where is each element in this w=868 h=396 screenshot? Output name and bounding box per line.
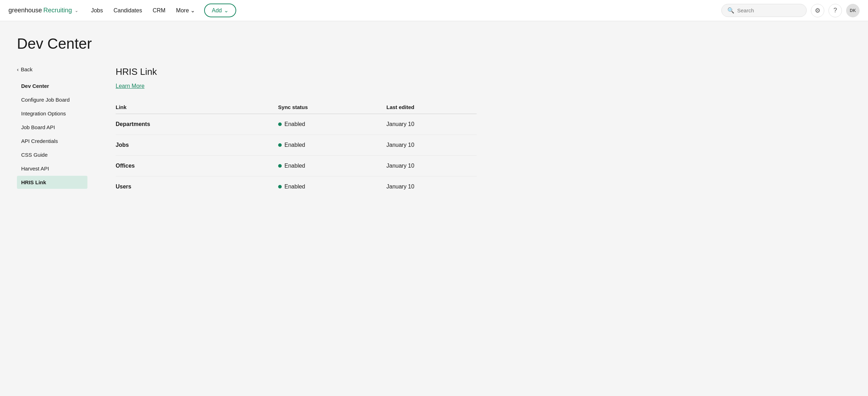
hris-table: Link Sync status Last edited Departments… [116,101,477,197]
sidebar-item-configure-job-board[interactable]: Configure Job Board [17,93,87,106]
search-icon: 🔍 [727,7,734,14]
table-cell-last-edited: January 10 [386,156,477,176]
avatar[interactable]: DK [846,4,860,17]
page-title: Dev Center [17,35,477,52]
table-row: JobsEnabledJanuary 10 [116,135,477,156]
table-cell-last-edited: January 10 [386,114,477,135]
sidebar-item-job-board-api[interactable]: Job Board API [17,121,87,134]
table-cell-link[interactable]: Users [116,176,278,197]
section-title: HRIS Link [116,66,477,77]
settings-icon: ⚙ [815,7,820,14]
sidebar-item-harvest-api[interactable]: Harvest API [17,162,87,175]
enabled-dot-icon [278,143,282,147]
table-cell-link[interactable]: Departments [116,114,278,135]
table-cell-link[interactable]: Offices [116,156,278,176]
table-row: DepartmentsEnabledJanuary 10 [116,114,477,135]
nav-link-candidates[interactable]: Candidates [109,5,146,17]
help-button[interactable]: ? [829,4,842,17]
nav-link-more[interactable]: More ⌄ [172,4,199,17]
enabled-dot-icon [278,185,282,188]
table-cell-last-edited: January 10 [386,135,477,156]
back-arrow-icon: ‹ [17,66,19,72]
sidebar-item-api-credentials[interactable]: API Credentials [17,134,87,148]
logo-greenhouse: greenhouse [8,7,42,14]
add-button[interactable]: Add ⌄ [204,4,236,17]
col-header-last-edited: Last edited [386,101,477,114]
more-chevron-icon: ⌄ [190,7,195,14]
status-text: Enabled [285,163,305,169]
search-input[interactable] [737,7,801,13]
table-row: OfficesEnabledJanuary 10 [116,156,477,176]
logo-chevron-icon: ⌄ [75,8,78,13]
sidebar: ‹ Back Dev Center Configure Job Board In… [17,66,94,197]
content-layout: ‹ Back Dev Center Configure Job Board In… [17,66,477,197]
navbar: greenhouse Recruiting ⌄ Jobs Candidates … [0,0,868,21]
table-cell-sync-status: Enabled [278,156,386,176]
sidebar-item-integration-options[interactable]: Integration Options [17,107,87,120]
status-text: Enabled [285,142,305,148]
enabled-dot-icon [278,164,282,168]
nav-links: Jobs Candidates CRM More ⌄ Add ⌄ [87,4,721,17]
table-header-row: Link Sync status Last edited [116,101,477,114]
sidebar-back-link[interactable]: ‹ Back [17,66,87,72]
search-bar[interactable]: 🔍 [721,4,807,17]
sidebar-item-dev-center[interactable]: Dev Center [17,79,87,92]
table-row: UsersEnabledJanuary 10 [116,176,477,197]
table-cell-link[interactable]: Jobs [116,135,278,156]
table-cell-last-edited: January 10 [386,176,477,197]
help-icon: ? [833,7,837,14]
table-cell-sync-status: Enabled [278,114,386,135]
page-container: Dev Center ‹ Back Dev Center Configure J… [0,21,494,211]
enabled-dot-icon [278,122,282,126]
logo-recruiting: Recruiting [43,7,72,14]
main-content: HRIS Link Learn More Link Sync status La… [94,66,477,197]
sidebar-item-css-guide[interactable]: CSS Guide [17,148,87,161]
col-header-sync-status: Sync status [278,101,386,114]
nav-link-crm[interactable]: CRM [148,5,170,17]
add-chevron-icon: ⌄ [224,7,228,14]
sidebar-item-hris-link[interactable]: HRIS Link [17,176,87,189]
status-text: Enabled [285,121,305,127]
status-text: Enabled [285,184,305,190]
nav-right: 🔍 ⚙ ? DK [721,4,860,17]
col-header-link: Link [116,101,278,114]
settings-button[interactable]: ⚙ [811,4,824,17]
nav-link-jobs[interactable]: Jobs [87,5,107,17]
learn-more-link[interactable]: Learn More [116,83,145,89]
table-cell-sync-status: Enabled [278,135,386,156]
table-cell-sync-status: Enabled [278,176,386,197]
nav-logo[interactable]: greenhouse Recruiting ⌄ [8,7,78,14]
